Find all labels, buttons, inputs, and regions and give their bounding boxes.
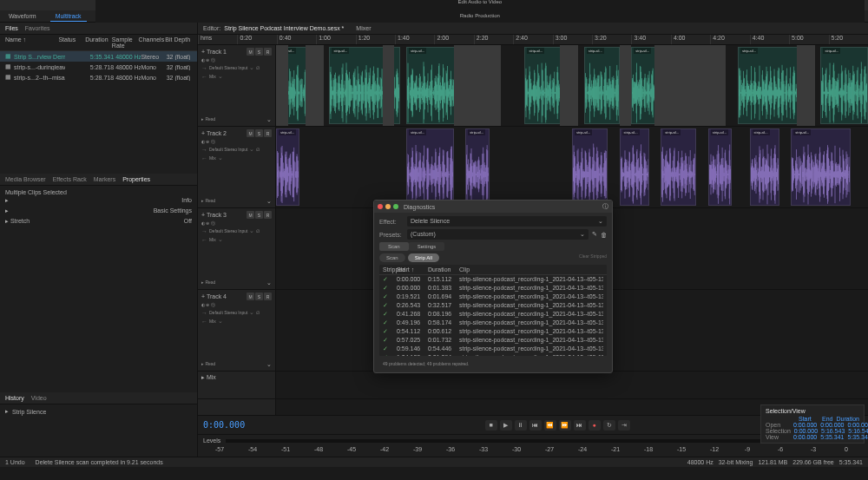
- workspace-radio[interactable]: Radio Production: [457, 12, 503, 19]
- status-message: Delete Silence scan completed in 9.21 se…: [36, 459, 163, 465]
- diagnostics-row[interactable]: ✓0:00.0000:15.112strip-silence-podcast_r…: [379, 275, 607, 284]
- files-list: Name ↑ Status Duration Sample Rate Chann…: [0, 35, 197, 174]
- mute-button[interactable]: M: [247, 129, 254, 137]
- solo-button[interactable]: S: [255, 48, 263, 56]
- favorites-tab[interactable]: Favorites: [25, 25, 50, 31]
- history-item[interactable]: ▸ Strip Silence: [5, 408, 192, 415]
- skip-button[interactable]: ⇥: [618, 420, 630, 431]
- col-bitdepth[interactable]: Bit Depth: [165, 36, 192, 49]
- strip-all-button[interactable]: Strip All: [408, 253, 439, 262]
- diagnostics-row[interactable]: ✓0:41.2680:08.196strip-silence-podcast_r…: [379, 310, 607, 319]
- loop-button[interactable]: ↻: [603, 420, 615, 431]
- maximize-icon[interactable]: [393, 204, 398, 209]
- timecode-display[interactable]: 0:00.000: [203, 420, 245, 430]
- workspace-edit-video[interactable]: Edit Audio to Video: [454, 0, 505, 5]
- solo-button[interactable]: S: [255, 293, 263, 300]
- track-lane[interactable]: strip-sil...strip-sil...strip-sil...stri…: [276, 45, 868, 127]
- play-button[interactable]: ▶: [500, 420, 512, 431]
- effect-select[interactable]: Delete Silence⌄: [407, 216, 607, 227]
- preset-select[interactable]: (Custom)⌄: [407, 229, 589, 240]
- mixer-tab[interactable]: Mixer: [356, 25, 371, 31]
- save-preset-icon[interactable]: ✎: [592, 231, 597, 238]
- file-row[interactable]: ▦strip-s...-duringleaves.mp35:28.7184800…: [0, 62, 197, 72]
- markers-tab[interactable]: Markers: [94, 176, 115, 182]
- files-tab[interactable]: Files: [5, 25, 18, 31]
- track-header[interactable]: + Track 2MSR◐ ⊕ ⓪→ Default Stereo Input …: [198, 127, 275, 208]
- col-duration[interactable]: Duration: [85, 36, 112, 49]
- minimize-icon[interactable]: [385, 204, 391, 209]
- diagnostics-titlebar[interactable]: Diagnostics ⓘ: [374, 201, 612, 213]
- ff-button[interactable]: ⏩: [559, 420, 571, 431]
- media-browser-tab[interactable]: Media Browser: [5, 176, 46, 182]
- selection-view-panel: Selection/View Start End Duration Open0:…: [760, 404, 865, 444]
- presets-label: Presets:: [379, 232, 404, 238]
- video-tab[interactable]: Video: [31, 395, 47, 401]
- file-row[interactable]: ▦strip-s...2--th--misangcm.mp35:28.71848…: [0, 72, 197, 82]
- record-arm-button[interactable]: R: [264, 211, 272, 219]
- selview-title: Selection/View: [766, 408, 859, 414]
- mute-button[interactable]: M: [247, 48, 254, 56]
- prop-stretch[interactable]: ▸ Stretch Off: [5, 216, 192, 227]
- record-arm-button[interactable]: R: [264, 129, 272, 137]
- col-name[interactable]: Name ↑: [5, 36, 58, 49]
- delete-preset-icon[interactable]: 🗑: [601, 232, 607, 238]
- track-header[interactable]: + Track 1MSR◐ ⊕ ⓪→ Default Stereo Input …: [198, 45, 275, 127]
- col-stripped[interactable]: Stripped: [383, 266, 397, 273]
- track-header[interactable]: + Track 4MSR◐ ⊕ ⓪→ Default Stereo Input …: [198, 290, 275, 372]
- record-arm-button[interactable]: R: [264, 293, 272, 300]
- track-lane[interactable]: [276, 372, 868, 399]
- col-channels[interactable]: Channels: [139, 36, 166, 49]
- end-button[interactable]: ⏭: [574, 420, 586, 431]
- diagnostics-row[interactable]: ✓0:19.5210:01.694strip-silence-podcast_r…: [379, 293, 607, 301]
- scan-tab[interactable]: Scan: [379, 242, 409, 251]
- history-tab[interactable]: History: [5, 395, 24, 401]
- col-start[interactable]: Start ↑: [397, 266, 428, 273]
- history-label: Strip Silence: [12, 409, 46, 415]
- track-headers: + Track 1MSR◐ ⊕ ⓪→ Default Stereo Input …: [198, 45, 276, 415]
- prop-info[interactable]: ▸ Info: [5, 195, 192, 206]
- editor-filename[interactable]: Strip Silence Podcast Interview Demo.ses…: [224, 25, 344, 31]
- clear-stripped-link[interactable]: Clear Stripped: [579, 253, 607, 262]
- diagnostics-row[interactable]: ✓0:00.0000:01.383strip-silence-podcast_r…: [379, 284, 607, 293]
- waveform-mode-tab[interactable]: Waveform: [3, 11, 42, 21]
- solo-button[interactable]: S: [255, 211, 263, 219]
- rewind-button[interactable]: ⏮: [529, 420, 542, 431]
- scan-button[interactable]: Scan: [379, 253, 405, 262]
- rw-button[interactable]: ⏪: [544, 420, 556, 431]
- selview-col-start: Start: [793, 416, 812, 422]
- diagnostics-row[interactable]: ✓0:57.0250:01.732strip-silence-podcast_r…: [379, 336, 607, 345]
- diagnostics-row[interactable]: ✓0:49.1960:58.174strip-silence-podcast_r…: [379, 319, 607, 327]
- info-icon[interactable]: ⓘ: [602, 202, 608, 211]
- mute-button[interactable]: M: [247, 211, 254, 219]
- editor-label: Editor:: [203, 25, 220, 31]
- record-button[interactable]: ●: [589, 420, 601, 431]
- effects-rack-tab[interactable]: Effects Rack: [53, 176, 87, 182]
- file-row[interactable]: ▦Strip S...rview Demo.sesx *5:35.3414800…: [0, 51, 197, 62]
- diagnostics-row[interactable]: ✓0:59.1460:54.446strip-silence-podcast_r…: [379, 345, 607, 353]
- diagnostics-panel[interactable]: Diagnostics ⓘ Effect: Delete Silence⌄ Pr…: [373, 200, 613, 373]
- col-status[interactable]: Status: [58, 36, 85, 49]
- settings-tab[interactable]: Settings: [409, 242, 445, 251]
- stop-button[interactable]: ■: [485, 420, 497, 431]
- status-item: 5:35.341: [839, 459, 863, 465]
- timeline-ruler[interactable]: hms0:200:401:001:201:402:002:202:403:003…: [198, 35, 868, 45]
- col-duration[interactable]: Duration: [428, 266, 459, 273]
- record-arm-button[interactable]: R: [264, 48, 272, 56]
- multitrack-mode-tab[interactable]: Multitrack: [50, 11, 87, 22]
- diagnostics-row[interactable]: ✓0:26.5430:32.517strip-silence-podcast_r…: [379, 301, 607, 310]
- properties-tab[interactable]: Properties: [122, 176, 150, 182]
- mute-button[interactable]: M: [247, 293, 254, 300]
- solo-button[interactable]: S: [255, 129, 263, 137]
- pause-button[interactable]: ⏸: [515, 420, 527, 431]
- track-lane[interactable]: strip-sil...strip-sil...strip-sil...stri…: [276, 127, 868, 208]
- col-clip[interactable]: Clip: [459, 266, 603, 273]
- diagnostics-row[interactable]: ✓1:04.1320:01.094strip-silence-podcast_r…: [379, 353, 607, 356]
- files-panel-tabs: Files Favorites: [0, 23, 197, 35]
- close-icon[interactable]: [378, 204, 383, 209]
- prop-basic[interactable]: ▸ Basic Settings: [5, 206, 192, 216]
- diagnostics-row[interactable]: ✓0:54.1120:00.612strip-silence-podcast_r…: [379, 327, 607, 336]
- col-samplerate[interactable]: Sample Rate: [112, 36, 139, 49]
- track-header[interactable]: + Track 3MSR◐ ⊕ ⓪→ Default Stereo Input …: [198, 208, 275, 290]
- properties-panel: Multiple Clips Selected ▸ Info ▸ Basic S…: [0, 186, 197, 392]
- track-header[interactable]: ▸ Mix: [198, 372, 275, 399]
